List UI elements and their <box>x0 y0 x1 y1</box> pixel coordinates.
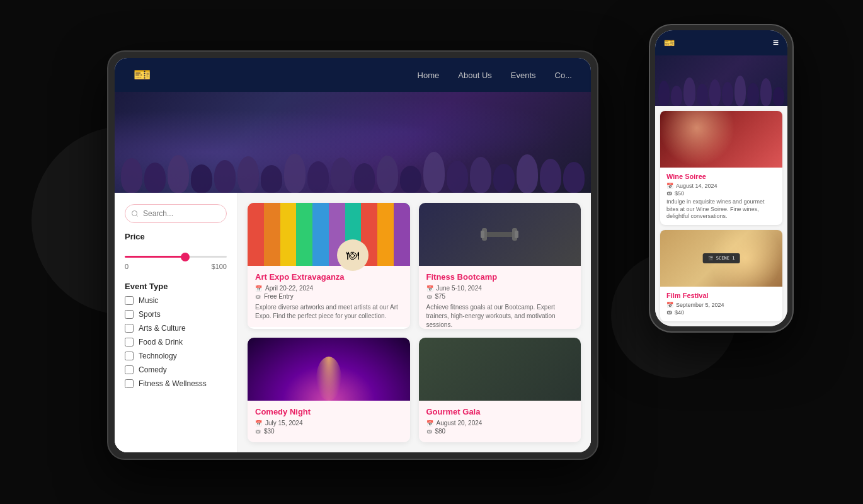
event-card-art-expo[interactable]: Art Expo Extravaganza 📅 April 20-22, 202… <box>248 203 410 329</box>
filter-sidebar: Price 0 $100 Event Type <box>115 193 237 452</box>
checkbox-fitness[interactable] <box>125 379 134 388</box>
phone-calendar-film: 📅 <box>666 302 673 308</box>
event-image-gourmet: 🍽 <box>419 338 581 401</box>
head-1 <box>121 158 142 193</box>
checkbox-sports[interactable] <box>125 310 134 319</box>
search-input[interactable] <box>125 204 227 223</box>
event-type-label: Event Type <box>125 282 227 291</box>
head-12 <box>377 156 398 193</box>
phone-date-wine: 📅 August 14, 2024 <box>666 183 776 189</box>
phone-price-text-wine: $50 <box>675 190 684 197</box>
event-title-art: Art Expo Extravaganza <box>255 272 403 282</box>
art-stripes <box>248 203 410 266</box>
phone-title-film: Film Festival <box>666 292 776 299</box>
nav-links: Home About Us Events Co... <box>418 71 572 80</box>
tablet-screen: 🎫 Home About Us Events Co... <box>115 58 591 452</box>
head-3 <box>168 155 189 193</box>
calendar-icon-fitness: 📅 <box>426 285 433 292</box>
filter-food[interactable]: Food & Drink <box>125 338 227 346</box>
head-5 <box>214 160 236 193</box>
phone-card-wine[interactable]: Wine Soiree 📅 August 14, 2024 🎟 $50 Indu… <box>660 111 782 225</box>
event-desc-fitness: Achieve fitness goals at our Bootcamp. E… <box>426 303 574 329</box>
price-range-slider[interactable] <box>125 256 227 258</box>
p-head-6 <box>722 82 733 106</box>
head-13 <box>400 166 421 193</box>
head-17 <box>493 164 515 193</box>
p-head-7 <box>734 76 746 106</box>
event-price-fitness: 🎟 $75 <box>426 293 574 300</box>
event-price-text-art: Free Entry <box>264 293 294 300</box>
events-grid: Art Expo Extravaganza 📅 April 20-22, 202… <box>237 193 591 452</box>
dumbbell-icon <box>481 215 518 253</box>
head-11 <box>354 163 375 193</box>
ticket-icon-fitness: 🎟 <box>426 294 432 300</box>
checkbox-food[interactable] <box>125 338 134 346</box>
event-date-text-comedy: July 15, 2024 <box>265 420 303 427</box>
event-card-comedy[interactable]: Comedy Night 📅 July 15, 2024 🎟 $30 <box>248 338 410 442</box>
stripe-5 <box>312 203 329 266</box>
svg-rect-4 <box>515 231 518 238</box>
p-head-2 <box>671 86 682 106</box>
gourmet-bg: 🍽 <box>419 338 581 401</box>
checkbox-comedy[interactable] <box>125 365 134 374</box>
filter-music[interactable]: Music <box>125 296 227 305</box>
head-10 <box>331 158 352 193</box>
phone-body-film: Film Festival 📅 September 5, 2024 🎟 $40 <box>660 287 782 321</box>
filter-technology[interactable]: Technology <box>125 352 227 360</box>
p-head-10 <box>773 87 784 106</box>
phone-ticket-film: 🎟 <box>666 309 672 316</box>
event-card-fitness[interactable]: Fitness Bootcamp 📅 June 5-10, 2024 🎟 $75… <box>419 203 581 329</box>
phone-date-text-film: September 5, 2024 <box>676 302 724 308</box>
price-max-label: $100 <box>212 263 227 270</box>
event-card-gourmet[interactable]: 🍽 Gourmet Gala 📅 August 20, 2024 🎟 <box>419 338 581 442</box>
label-arts: Arts & Culture <box>139 324 186 333</box>
wine-glasses-visual <box>660 111 782 168</box>
nav-events[interactable]: Events <box>511 71 536 80</box>
event-date-text-fitness: June 5-10, 2024 <box>437 285 482 292</box>
phone-date-film: 📅 September 5, 2024 <box>666 302 776 308</box>
head-2 <box>144 163 166 193</box>
event-date-comedy: 📅 July 15, 2024 <box>255 420 403 427</box>
hero-background <box>115 92 591 193</box>
event-image-fitness <box>419 203 581 266</box>
head-9 <box>307 161 329 193</box>
nav-about[interactable]: About Us <box>458 71 491 80</box>
head-8 <box>284 154 306 193</box>
phone-price-text-film: $40 <box>675 309 684 316</box>
filter-arts[interactable]: Arts & Culture <box>125 324 227 333</box>
phone-audience <box>655 55 787 106</box>
event-title-comedy: Comedy Night <box>255 407 403 416</box>
svg-rect-3 <box>481 231 484 238</box>
checkbox-music[interactable] <box>125 296 134 305</box>
nav-contact[interactable]: Co... <box>555 71 572 80</box>
phone-desc-wine: Indulge in exquisite wines and gourmet b… <box>666 198 776 220</box>
phone-price-wine: 🎟 $50 <box>666 190 776 197</box>
p-head-1 <box>658 81 670 106</box>
checkbox-arts[interactable] <box>125 324 134 333</box>
phone-ticket-wine: 🎟 <box>666 190 672 197</box>
price-slider-container: 0 $100 <box>125 246 227 273</box>
filter-sports[interactable]: Sports <box>125 310 227 319</box>
head-19 <box>540 159 561 193</box>
checkbox-technology[interactable] <box>125 352 134 360</box>
hamburger-menu[interactable]: ≡ <box>773 37 779 49</box>
filter-comedy[interactable]: Comedy <box>125 365 227 374</box>
nav-home[interactable]: Home <box>418 71 440 80</box>
event-price-text-comedy: $30 <box>264 428 275 435</box>
phone-card-film[interactable]: 🎬 SCENE 1 Film Festival 📅 September 5, 2… <box>660 230 782 321</box>
tablet-device: 🎫 Home About Us Events Co... <box>107 50 598 460</box>
filter-fitness[interactable]: Fitness & Wellnesss <box>125 379 227 388</box>
p-head-8 <box>747 83 758 106</box>
label-music: Music <box>139 296 158 305</box>
ticket-icon-art: 🎟 <box>255 294 261 300</box>
p-head-5 <box>709 79 721 106</box>
event-price-text-fitness: $75 <box>435 293 446 300</box>
event-body-gourmet: Gourmet Gala 📅 August 20, 2024 🎟 $80 <box>419 401 581 442</box>
stripe-2 <box>264 203 280 266</box>
head-4 <box>191 164 212 193</box>
price-labels: 0 $100 <box>125 263 227 270</box>
head-15 <box>447 161 468 193</box>
p-head-4 <box>697 84 708 106</box>
phone-logo: 🎫 <box>664 38 675 48</box>
event-title-fitness: Fitness Bootcamp <box>426 272 574 282</box>
